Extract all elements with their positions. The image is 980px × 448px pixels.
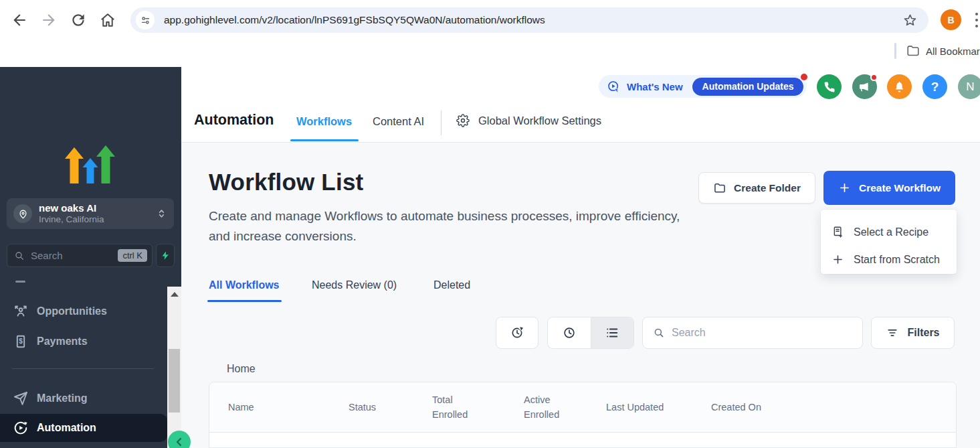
phone-icon [823, 81, 836, 93]
column-line: Enrolled [432, 409, 468, 420]
tab-content-ai[interactable]: Content AI [373, 115, 424, 128]
column-line: Enrolled [524, 409, 559, 420]
create-folder-label: Create Folder [734, 182, 801, 194]
create-workflow-button[interactable]: Create Workflow [823, 171, 955, 205]
workflow-search [642, 317, 863, 349]
list-icon [605, 325, 619, 340]
column-header-active-enrolled[interactable]: ActiveEnrolled [524, 392, 559, 422]
table-header-row: Name Status TotalEnrolled ActiveEnrolled… [209, 382, 956, 433]
announcements-button[interactable] [852, 74, 877, 99]
scrollbar-thumb[interactable] [169, 349, 180, 413]
column-header-total-enrolled[interactable]: TotalEnrolled [432, 392, 468, 422]
browser-menu-icon[interactable] [975, 13, 978, 27]
browser-back-icon[interactable] [11, 11, 28, 29]
opportunities-icon [13, 303, 29, 319]
filters-button[interactable]: Filters [871, 317, 955, 349]
sidebar-item-payments[interactable]: $ Payments [0, 327, 167, 356]
whats-new-label: What's New [627, 81, 683, 92]
sidebar-search-input[interactable]: Search ctrl K [7, 244, 153, 267]
sidebar-item-sites[interactable]: Sites [0, 444, 167, 448]
sidebar-item-label: Automation [37, 422, 96, 434]
notifications-button[interactable] [887, 74, 912, 99]
location-pin-icon [13, 204, 32, 223]
menu-item-start-from-scratch[interactable]: Start from Scratch [831, 253, 940, 266]
search-icon [14, 250, 25, 261]
site-permissions-icon[interactable] [136, 11, 155, 29]
global-workflow-settings-link[interactable]: Global Workflow Settings [456, 114, 601, 127]
profile-initial: B [947, 15, 954, 25]
quick-actions-button[interactable] [156, 244, 175, 267]
bookmarks-folder-icon[interactable] [906, 44, 920, 58]
chevron-up-down-icon [156, 206, 167, 222]
enrollment-history-button[interactable] [496, 317, 538, 349]
sidebar: new oaks AI Irvine, California Search ct… [0, 67, 181, 448]
create-folder-button[interactable]: Create Folder [698, 172, 815, 204]
automation-updates-badge[interactable]: Automation Updates [692, 78, 804, 96]
bookmark-star-icon[interactable] [902, 13, 918, 28]
marketing-icon [13, 390, 29, 406]
tab-deleted[interactable]: Deleted [433, 279, 470, 291]
column-header-created-on[interactable]: Created On [711, 400, 761, 415]
tab-needs-review[interactable]: Needs Review (0) [312, 279, 397, 291]
filter-icon [886, 326, 899, 340]
browser-address-bar[interactable]: app.gohighlevel.com/v2/location/lnPS691g… [130, 7, 928, 33]
question-mark-icon: ? [931, 80, 939, 94]
create-workflow-label: Create Workflow [859, 182, 941, 194]
column-header-last-updated[interactable]: Last Updated [606, 400, 664, 415]
browser-profile-avatar[interactable]: B [941, 9, 961, 30]
create-workflow-menu: Select a Recipe Start from Scratch [821, 210, 957, 274]
whats-new-button[interactable]: What's New Automation Updates [599, 75, 807, 98]
all-bookmarks-label[interactable]: All Bookmarks [926, 46, 980, 57]
tab-workflows[interactable]: Workflows [296, 115, 352, 128]
automation-icon [13, 420, 29, 436]
location-switcher[interactable]: new oaks AI Irvine, California [7, 198, 174, 229]
url-text: app.gohighlevel.com/v2/location/lnPS691g… [164, 14, 902, 26]
list-view-button[interactable] [591, 317, 634, 348]
nav-divider [441, 110, 442, 135]
active-tab-underline [290, 139, 359, 141]
column-line: Total [432, 394, 453, 405]
folder-icon [713, 181, 726, 195]
sidebar-item-opportunities[interactable]: Opportunities [0, 297, 167, 325]
column-line: Active [524, 394, 551, 405]
menu-item-select-recipe[interactable]: Select a Recipe [831, 226, 928, 238]
sidebar-item-automation[interactable]: Automation [0, 414, 167, 442]
breadcrumb-home[interactable]: Home [227, 363, 256, 375]
browser-refresh-icon[interactable] [70, 11, 87, 29]
browser-forward-icon[interactable] [40, 11, 58, 29]
workflows-table: Name Status TotalEnrolled ActiveEnrolled… [209, 382, 957, 448]
location-name: new oaks AI [39, 202, 96, 214]
scroll-up-arrow[interactable] [171, 292, 179, 297]
sidebar-scrollbar[interactable] [167, 287, 181, 448]
location-city: Irvine, California [39, 214, 104, 224]
menu-item-label: Select a Recipe [854, 226, 928, 238]
bookmarks-divider [894, 43, 896, 59]
workflow-search-input[interactable] [672, 327, 862, 339]
browser-home-icon[interactable] [99, 11, 116, 29]
plus-icon [831, 253, 844, 266]
scrolled-item-remnant [15, 281, 25, 283]
menu-item-label: Start from Scratch [854, 254, 940, 266]
sidebar-collapse-button[interactable] [168, 431, 191, 448]
svg-text:$: $ [19, 338, 23, 345]
plus-icon [838, 181, 851, 194]
gohighlevel-logo [64, 145, 116, 188]
page-title: Workflow List [209, 169, 363, 196]
page-description: Create and manage Workflows to automate … [209, 206, 687, 246]
active-tab-underline [207, 300, 282, 302]
user-avatar[interactable]: N [958, 74, 980, 99]
recent-view-button[interactable] [548, 317, 591, 348]
help-button[interactable]: ? [922, 74, 947, 99]
column-header-name[interactable]: Name [228, 400, 254, 415]
megaphone-icon [858, 80, 871, 93]
search-icon [653, 327, 665, 339]
sidebar-divider [12, 368, 154, 369]
payments-icon: $ [13, 333, 29, 350]
column-header-status[interactable]: Status [349, 400, 376, 415]
tab-all-workflows[interactable]: All Workflows [209, 279, 280, 291]
phone-button[interactable] [817, 74, 842, 99]
avatar-initial: N [966, 80, 974, 94]
sidebar-item-label: Payments [37, 335, 88, 348]
gear-icon [456, 114, 470, 127]
sidebar-item-marketing[interactable]: Marketing [0, 384, 167, 413]
